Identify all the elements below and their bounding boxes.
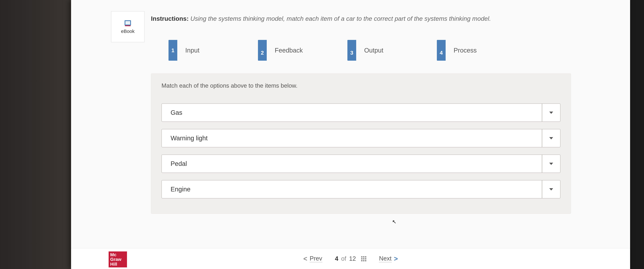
match-item-label: Warning light [162, 129, 542, 147]
logo-line: Graw [110, 257, 127, 262]
option-label: Input [177, 40, 253, 61]
option-number: 3 [348, 40, 356, 61]
option-card-4[interactable]: 4 Process [437, 40, 522, 61]
option-card-3[interactable]: 3 Output [348, 40, 432, 61]
ebook-label: eBook [121, 28, 134, 34]
next-label: Next [379, 255, 392, 262]
option-label: Output [356, 40, 432, 61]
option-label: Process [446, 40, 522, 61]
match-dropdown[interactable] [542, 155, 560, 173]
instructions-label: Instructions: [151, 15, 189, 22]
window-dark-border [0, 0, 71, 269]
book-icon [124, 19, 132, 27]
grid-icon[interactable] [361, 256, 366, 261]
match-dropdown[interactable] [542, 129, 560, 147]
caret-down-icon [549, 112, 553, 114]
match-row-gas: Gas [162, 103, 560, 122]
prev-label: Prev [310, 255, 322, 262]
footer-bar: Mc Graw Hill < Prev 4 of 12 Next > [71, 248, 630, 269]
svg-rect-2 [126, 21, 130, 24]
match-instruction: Match each of the options above to the i… [162, 82, 560, 89]
mouse-cursor-icon: ↖ [392, 219, 396, 225]
instructions-row: Instructions: Using the systems thinking… [151, 15, 491, 22]
next-button[interactable]: Next > [379, 255, 398, 263]
options-row: 1 Input 2 Feedback 3 Output 4 Process [168, 40, 522, 61]
caret-down-icon [549, 163, 553, 165]
chevron-left-icon: < [303, 255, 307, 263]
match-dropdown[interactable] [542, 180, 560, 198]
instructions-text: Using the systems thinking model, match … [190, 15, 491, 22]
caret-down-icon [549, 188, 553, 191]
caret-down-icon [549, 137, 553, 139]
chevron-right-icon: > [394, 255, 398, 263]
match-area: Match each of the options above to the i… [151, 73, 571, 214]
option-card-1[interactable]: 1 Input [168, 40, 253, 61]
match-item-label: Gas [162, 103, 542, 122]
option-number: 2 [258, 40, 267, 61]
logo-line: Hill [110, 262, 127, 267]
match-item-label: Engine [162, 180, 542, 198]
match-row-engine: Engine [162, 180, 560, 198]
nav-controls: < Prev 4 of 12 Next > [303, 255, 398, 263]
page-of: of [341, 255, 346, 262]
option-label: Feedback [267, 40, 342, 61]
match-row-warning-light: Warning light [162, 129, 560, 147]
page-indicator: 4 of 12 [335, 255, 366, 262]
prev-button[interactable]: < Prev [303, 255, 322, 263]
svg-rect-1 [125, 25, 131, 26]
option-card-2[interactable]: 2 Feedback [258, 40, 342, 61]
ebook-button[interactable]: eBook [111, 11, 144, 42]
mcgraw-hill-logo: Mc Graw Hill [108, 252, 127, 268]
page-current: 4 [335, 255, 338, 262]
page-total: 12 [349, 255, 356, 262]
match-item-label: Pedal [162, 155, 542, 173]
option-number: 1 [168, 40, 177, 61]
logo-line: Mc [110, 253, 127, 257]
match-dropdown[interactable] [542, 103, 560, 122]
match-row-pedal: Pedal [162, 155, 560, 173]
option-number: 4 [437, 40, 446, 61]
content-viewport: eBook Instructions: Using the systems th… [71, 0, 630, 269]
